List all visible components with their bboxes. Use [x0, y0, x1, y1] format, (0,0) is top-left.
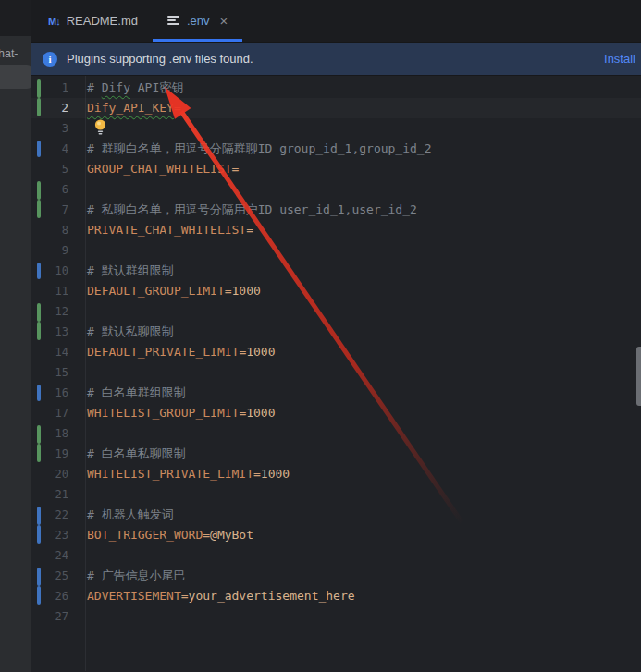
- line-number[interactable]: 16: [31, 383, 68, 403]
- line-number[interactable]: 4: [31, 139, 68, 159]
- code-line[interactable]: 7# 私聊白名单，用逗号分隔用户ID user_id_1,user_id_2: [31, 200, 641, 220]
- line-number[interactable]: 20: [31, 464, 68, 484]
- line-number[interactable]: 26: [31, 586, 68, 606]
- line-number[interactable]: 27: [31, 606, 68, 627]
- project-panel-edge: eChat-: [0, 0, 31, 672]
- editor-tab-bar: M↓ README.md .env ×: [31, 0, 641, 42]
- install-plugins-link[interactable]: Install: [604, 52, 635, 66]
- project-name-fragment: eChat-: [0, 47, 31, 60]
- vertical-scrollbar[interactable]: [636, 347, 641, 406]
- code-line[interactable]: 21: [31, 484, 641, 505]
- markdown-icon: M↓: [48, 16, 60, 27]
- code-text: # 私聊白名单，用逗号分隔用户ID user_id_1,user_id_2: [87, 200, 641, 220]
- line-number[interactable]: 10: [31, 261, 68, 281]
- editor-window: M↓ README.md .env × i Plugins supporting…: [31, 0, 641, 672]
- code-line[interactable]: 17WHITELIST_GROUP_LIMIT=1000: [31, 403, 641, 423]
- code-line[interactable]: 14DEFAULT_PRIVATE_LIMIT=1000: [31, 342, 641, 362]
- banner-message: Plugins supporting .env files found.: [67, 52, 595, 66]
- info-icon: i: [43, 52, 57, 67]
- code-line[interactable]: 12: [31, 301, 641, 322]
- code-line[interactable]: 9: [31, 240, 641, 261]
- code-text: # 默认私聊限制: [87, 322, 641, 342]
- code-text: # 白名单群组限制: [87, 383, 641, 403]
- project-tree-item[interactable]: [0, 65, 31, 89]
- tab-label: README.md: [67, 14, 138, 28]
- code-line[interactable]: 18: [31, 423, 641, 444]
- code-line[interactable]: 8PRIVATE_CHAT_WHITELIST=: [31, 220, 641, 240]
- code-line[interactable]: 26ADVERTISEMENT=your_advertisement_here: [31, 586, 641, 606]
- notification-banner: i Plugins supporting .env files found. I…: [31, 42, 641, 76]
- code-editor[interactable]: 1# Dify API密钥2Dify_API_KEY=34# 群聊白名单，用逗号…: [31, 76, 641, 671]
- code-line[interactable]: 22# 机器人触发词: [31, 505, 641, 525]
- code-text: # 机器人触发词: [87, 505, 641, 525]
- line-number[interactable]: 19: [31, 444, 68, 464]
- line-number[interactable]: 14: [31, 342, 68, 362]
- line-number[interactable]: 7: [31, 200, 68, 220]
- code-line[interactable]: 10# 默认群组限制: [31, 261, 641, 281]
- line-number[interactable]: 22: [31, 505, 68, 525]
- code-text: # 群聊白名单，用逗号分隔群聊ID group_id_1,group_id_2: [87, 139, 641, 159]
- line-number[interactable]: 1: [31, 78, 68, 98]
- code-line[interactable]: 24: [31, 545, 641, 566]
- line-number[interactable]: 23: [31, 525, 68, 545]
- line-number[interactable]: 18: [31, 423, 68, 444]
- code-text: DEFAULT_GROUP_LIMIT=1000: [87, 281, 641, 301]
- code-text: GROUP_CHAT_WHITELIST=: [87, 159, 641, 179]
- code-line[interactable]: 5GROUP_CHAT_WHITELIST=: [31, 159, 641, 179]
- code-text: # 白名单私聊限制: [87, 444, 641, 464]
- code-line[interactable]: 27: [31, 606, 641, 627]
- code-text: ADVERTISEMENT=your_advertisement_here: [87, 586, 641, 606]
- code-line[interactable]: 16# 白名单群组限制: [31, 383, 641, 403]
- code-line[interactable]: 23BOT_TRIGGER_WORD=@MyBot: [31, 525, 641, 545]
- code-line[interactable]: 1# Dify API密钥: [31, 78, 641, 98]
- code-text: WHITELIST_GROUP_LIMIT=1000: [87, 403, 641, 423]
- code-line[interactable]: 25# 广告信息小尾巴: [31, 566, 641, 586]
- code-text: DEFAULT_PRIVATE_LIMIT=1000: [87, 342, 641, 362]
- line-number[interactable]: 13: [31, 322, 68, 342]
- line-number[interactable]: 24: [31, 545, 68, 566]
- code-line[interactable]: 6: [31, 179, 641, 200]
- tab-env[interactable]: .env ×: [153, 0, 242, 42]
- code-line[interactable]: 4# 群聊白名单，用逗号分隔群聊ID group_id_1,group_id_2: [31, 139, 641, 159]
- close-icon[interactable]: ×: [220, 14, 228, 28]
- line-number[interactable]: 3: [31, 118, 68, 139]
- env-file-icon: [167, 16, 180, 27]
- line-number[interactable]: 2: [31, 98, 68, 118]
- line-number[interactable]: 5: [31, 159, 68, 179]
- line-number[interactable]: 9: [31, 240, 68, 261]
- line-number[interactable]: 25: [31, 566, 68, 586]
- code-text: # 广告信息小尾巴: [87, 566, 641, 586]
- line-number[interactable]: 17: [31, 403, 68, 423]
- code-line[interactable]: 15: [31, 362, 641, 383]
- code-text: WHITELIST_PRIVATE_LIMIT=1000: [87, 464, 641, 484]
- line-number[interactable]: 12: [31, 301, 68, 322]
- ide-screen: eChat- M↓ README.md .env × i Plugins sup…: [0, 0, 641, 672]
- code-line[interactable]: 11DEFAULT_GROUP_LIMIT=1000: [31, 281, 641, 301]
- code-text: PRIVATE_CHAT_WHITELIST=: [87, 220, 641, 240]
- tab-label: .env: [187, 14, 210, 28]
- line-number[interactable]: 6: [31, 179, 68, 200]
- line-number[interactable]: 8: [31, 220, 68, 240]
- code-line[interactable]: 20WHITELIST_PRIVATE_LIMIT=1000: [31, 464, 641, 484]
- line-number[interactable]: 15: [31, 362, 68, 383]
- code-line[interactable]: 3: [31, 118, 641, 139]
- code-lines: 1# Dify API密钥2Dify_API_KEY=34# 群聊白名单，用逗号…: [31, 76, 641, 627]
- code-line[interactable]: 2Dify_API_KEY=: [31, 98, 641, 118]
- project-panel-background: [0, 36, 31, 672]
- code-text: Dify_API_KEY=: [87, 98, 641, 118]
- line-number[interactable]: 21: [31, 484, 68, 505]
- code-line[interactable]: 19# 白名单私聊限制: [31, 444, 641, 464]
- code-line[interactable]: 13# 默认私聊限制: [31, 322, 641, 342]
- code-text: # Dify API密钥: [87, 78, 641, 98]
- code-text: BOT_TRIGGER_WORD=@MyBot: [87, 525, 641, 545]
- tab-readme-md[interactable]: M↓ README.md: [33, 0, 153, 42]
- line-number[interactable]: 11: [31, 281, 68, 301]
- code-text: # 默认群组限制: [87, 261, 641, 281]
